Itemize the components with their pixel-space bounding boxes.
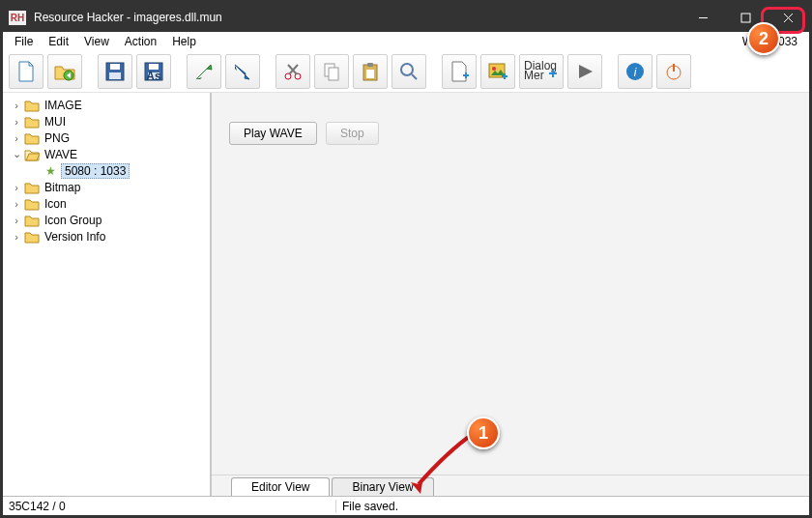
copy-icon[interactable]: [314, 54, 349, 89]
expand-icon[interactable]: ›: [11, 100, 22, 111]
tree-item-image[interactable]: ›IMAGE: [5, 97, 208, 113]
expand-icon[interactable]: ›: [11, 132, 22, 144]
tree-item-icon-group[interactable]: ›Icon Group: [5, 212, 208, 228]
save-as-icon[interactable]: As: [136, 54, 171, 89]
stop-button[interactable]: Stop: [326, 122, 379, 145]
open-folder-icon[interactable]: [47, 54, 82, 89]
svg-point-24: [492, 67, 496, 71]
expand-icon[interactable]: ›: [11, 182, 22, 193]
paste-icon[interactable]: [353, 54, 388, 89]
svg-rect-6: [110, 64, 120, 70]
status-message: File saved.: [336, 500, 809, 513]
power-icon[interactable]: [656, 54, 691, 89]
annotation-bubble-1: 1: [467, 417, 500, 449]
folder-icon: [24, 214, 40, 227]
folder-icon: [24, 99, 40, 112]
export-icon[interactable]: [225, 54, 260, 89]
svg-line-22: [412, 74, 417, 79]
statusbar: 35C142 / 0 File saved.: [3, 496, 809, 515]
add-resource-icon[interactable]: [442, 54, 477, 89]
menu-view[interactable]: View: [76, 33, 117, 50]
toolbar: As DialogMer i: [3, 51, 809, 93]
tree-item-wave-5080[interactable]: ★5080 : 1033: [5, 162, 208, 179]
svg-point-21: [401, 64, 413, 75]
svg-rect-19: [367, 63, 373, 67]
svg-rect-20: [366, 70, 374, 78]
expand-icon[interactable]: ›: [11, 215, 22, 226]
app-icon: RH: [9, 11, 26, 25]
cut-icon[interactable]: [276, 54, 310, 89]
menubar: File Edit View Action Help WAVE 033: [3, 32, 809, 51]
editor-pane: Play WAVE Stop: [212, 93, 809, 475]
titlebar: RH Resource Hacker - imageres.dll.mun: [3, 3, 809, 32]
dialog-merge-icon[interactable]: DialogMer: [519, 54, 564, 89]
folder-open-icon: [24, 148, 40, 161]
svg-text:i: i: [634, 66, 637, 79]
star-icon: ★: [45, 164, 59, 178]
expand-icon[interactable]: ›: [11, 198, 22, 210]
import-icon[interactable]: [187, 54, 221, 89]
folder-icon: [24, 197, 40, 211]
svg-rect-1: [741, 14, 750, 22]
view-tabs: Editor View Binary View: [212, 475, 809, 496]
tree-item-png[interactable]: ›PNG: [5, 130, 208, 146]
window-title: Resource Hacker - imageres.dll.mun: [34, 11, 682, 24]
tree-item-icon[interactable]: ›Icon: [5, 195, 208, 212]
menu-file[interactable]: File: [7, 33, 41, 50]
status-offset: 35C142 / 0: [3, 500, 336, 513]
info-icon[interactable]: i: [618, 54, 652, 89]
play-wave-button[interactable]: Play WAVE: [229, 122, 317, 145]
tree-item-bitmap[interactable]: ›Bitmap: [5, 179, 208, 195]
tab-editor-view[interactable]: Editor View: [231, 477, 330, 496]
svg-text:Mer: Mer: [524, 69, 544, 82]
expand-icon[interactable]: ›: [11, 231, 22, 243]
expand-icon[interactable]: ›: [11, 116, 22, 128]
folder-icon: [24, 181, 40, 194]
minimize-button[interactable]: [682, 3, 724, 32]
menu-edit[interactable]: Edit: [41, 33, 76, 50]
resource-tree[interactable]: ›IMAGE ›MUI ›PNG ⌄WAVE ★5080 : 1033 ›Bit…: [3, 93, 211, 496]
tree-item-version-info[interactable]: ›Version Info: [5, 228, 208, 245]
new-file-icon[interactable]: [9, 54, 44, 89]
search-icon[interactable]: [392, 54, 426, 89]
collapse-icon[interactable]: ⌄: [11, 148, 22, 160]
annotation-bubble-2: 2: [747, 22, 780, 55]
tree-item-wave[interactable]: ⌄WAVE: [5, 146, 208, 162]
menu-action[interactable]: Action: [117, 33, 164, 50]
play-icon[interactable]: [567, 54, 602, 89]
svg-text:As: As: [146, 70, 161, 82]
svg-rect-17: [329, 68, 338, 80]
add-image-icon[interactable]: [480, 54, 515, 89]
folder-icon: [24, 115, 40, 129]
folder-icon: [24, 230, 40, 244]
menu-help[interactable]: Help: [164, 33, 204, 50]
save-icon[interactable]: [98, 54, 132, 89]
svg-rect-7: [109, 72, 121, 79]
tree-item-mui[interactable]: ›MUI: [5, 113, 208, 130]
folder-icon: [24, 131, 40, 145]
